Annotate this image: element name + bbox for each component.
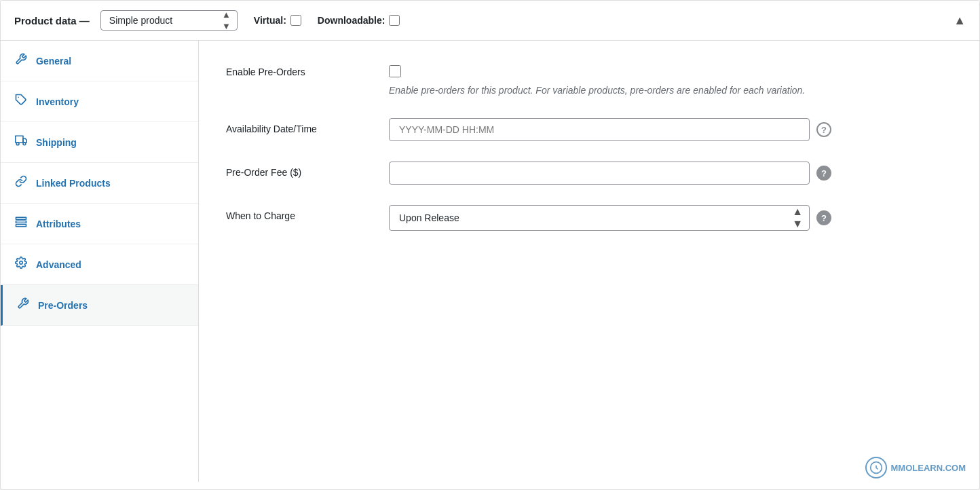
enable-pre-orders-label: Enable Pre-Orders	[226, 61, 389, 77]
svg-point-3	[16, 143, 19, 145]
watermark-label: MMOLEARN.COM	[891, 463, 966, 473]
when-to-charge-row: When to Charge Upon Release Upon Checkou…	[226, 205, 952, 231]
product-type-select[interactable]: Simple product Variable product Grouped …	[100, 10, 238, 31]
svg-rect-6	[16, 221, 26, 223]
availability-date-input[interactable]	[389, 118, 810, 141]
svg-rect-1	[16, 136, 23, 143]
sidebar-item-attributes[interactable]: Attributes	[1, 204, 198, 244]
panel-title: Product data —	[14, 15, 90, 26]
when-to-charge-help-icon[interactable]: ?	[816, 210, 831, 225]
sidebar-item-linked-products[interactable]: Linked Products	[1, 163, 198, 204]
svg-marker-2	[23, 138, 26, 143]
sidebar-item-shipping[interactable]: Shipping	[1, 122, 198, 163]
tag-icon	[14, 94, 28, 109]
pre-order-fee-content: ?	[389, 162, 952, 185]
enable-pre-orders-description: Enable pre-orders for this product. For …	[389, 83, 918, 98]
availability-date-content: ?	[389, 118, 952, 141]
virtual-checkbox[interactable]	[290, 15, 301, 26]
pre-order-fee-help-icon[interactable]: ?	[816, 166, 831, 181]
downloadable-field: Downloadable:	[318, 15, 400, 26]
pre-order-fee-label: Pre-Order Fee ($)	[226, 162, 389, 178]
sidebar-item-inventory[interactable]: Inventory	[1, 81, 198, 122]
sidebar-item-pre-orders-label: Pre-Orders	[38, 300, 88, 311]
sidebar-item-advanced[interactable]: Advanced	[1, 244, 198, 285]
sidebar-item-advanced-label: Advanced	[36, 259, 81, 270]
sidebar-item-shipping-label: Shipping	[36, 137, 77, 148]
enable-pre-orders-content: Enable pre-orders for this product. For …	[389, 61, 952, 98]
virtual-label: Virtual:	[254, 15, 286, 26]
sidebar: General Inventory	[1, 41, 199, 482]
product-type-select-wrapper[interactable]: Simple product Variable product Grouped …	[100, 10, 238, 31]
collapse-button[interactable]: ▲	[954, 14, 966, 28]
pre-orders-icon	[16, 297, 30, 313]
sidebar-item-pre-orders[interactable]: Pre-Orders	[1, 285, 198, 326]
main-content: Enable Pre-Orders Enable pre-orders for …	[199, 41, 979, 482]
svg-rect-5	[16, 217, 26, 219]
enable-pre-orders-row: Enable Pre-Orders Enable pre-orders for …	[226, 61, 952, 98]
when-to-charge-select[interactable]: Upon Release Upon Checkout	[389, 205, 810, 231]
pre-order-fee-input[interactable]	[389, 162, 810, 185]
when-to-charge-select-wrapper[interactable]: Upon Release Upon Checkout ▲ ▼	[389, 205, 810, 231]
availability-date-wrapper: ?	[389, 118, 952, 141]
availability-date-row: Availability Date/Time ?	[226, 118, 952, 141]
virtual-field: Virtual:	[254, 15, 301, 26]
watermark: MMOLEARN.COM	[865, 457, 966, 478]
sidebar-item-general-label: General	[36, 56, 71, 67]
truck-icon	[14, 134, 28, 150]
panel-body: General Inventory	[1, 41, 979, 482]
sidebar-item-attributes-label: Attributes	[36, 219, 81, 229]
pre-order-fee-row: Pre-Order Fee ($) ?	[226, 162, 952, 185]
svg-rect-7	[16, 225, 26, 227]
downloadable-checkbox[interactable]	[389, 15, 400, 26]
when-to-charge-wrapper: Upon Release Upon Checkout ▲ ▼ ?	[389, 205, 952, 231]
availability-date-help-icon[interactable]: ?	[816, 122, 831, 137]
list-icon	[14, 216, 28, 231]
link-icon	[14, 175, 28, 191]
wrench-icon	[14, 53, 28, 69]
watermark-circle	[865, 457, 887, 478]
availability-date-label: Availability Date/Time	[226, 118, 389, 134]
pre-order-fee-wrapper: ?	[389, 162, 952, 185]
svg-point-8	[20, 261, 23, 265]
enable-pre-orders-checkbox[interactable]	[389, 65, 401, 77]
when-to-charge-label: When to Charge	[226, 205, 389, 221]
sidebar-item-linked-products-label: Linked Products	[36, 178, 111, 189]
sidebar-item-inventory-label: Inventory	[36, 96, 79, 107]
product-type-wrapper: Simple product Variable product Grouped …	[100, 10, 238, 31]
panel-header: Product data — Simple product Variable p…	[1, 1, 979, 41]
when-to-charge-content: Upon Release Upon Checkout ▲ ▼ ?	[389, 205, 952, 231]
svg-point-4	[23, 143, 26, 145]
enable-pre-orders-checkbox-wrapper	[389, 61, 952, 77]
downloadable-label: Downloadable:	[318, 15, 385, 26]
gear-icon	[14, 257, 28, 272]
sidebar-item-general[interactable]: General	[1, 41, 198, 81]
